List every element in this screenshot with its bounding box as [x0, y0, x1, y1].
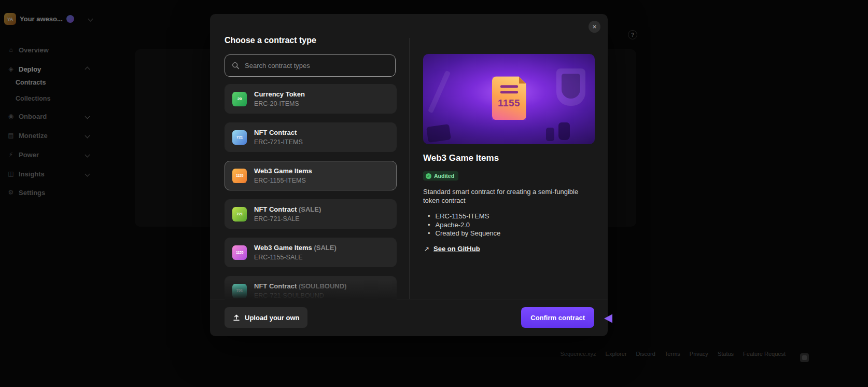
contract-option-nft-contract[interactable]: 721 NFT Contract ERC-721-ITEMS — [225, 122, 397, 152]
document-line — [500, 85, 518, 88]
potion-shape — [546, 128, 554, 141]
contract-option-nft-contract-sale[interactable]: 721 NFT Contract (SALE) ERC-721-SALE — [225, 199, 397, 229]
contract-code: ERC-1155-SALE — [254, 254, 337, 261]
block-shape — [426, 124, 451, 143]
audited-badge-label: Audited — [434, 173, 454, 179]
document-line — [500, 91, 518, 93]
contract-name: NFT Contract (SALE) — [254, 205, 321, 213]
see-on-github-link[interactable]: ↗ See on GitHub — [424, 245, 480, 253]
modal-footer: Upload your own Confirm contract — [210, 299, 608, 336]
contract-name: NFT Contract — [254, 129, 303, 136]
document-number: 1155 — [498, 98, 520, 109]
contract-name-suffix: (SALE) — [314, 244, 336, 252]
contract-name: Web3 Game Items (SALE) — [254, 244, 337, 252]
list-item: • ERC-1155-ITEMS — [428, 212, 500, 221]
confirm-button-label: Confirm contract — [530, 314, 585, 322]
detail-title: Web3 Game Items — [423, 153, 499, 163]
vertical-divider — [409, 38, 410, 299]
list-item: • Created by Sequence — [428, 229, 500, 238]
contract-name-suffix: (SALE) — [299, 205, 321, 213]
contract-name: Currency Token — [254, 90, 305, 98]
contract-code: ERC-20-ITEMS — [254, 100, 305, 107]
app-root: YA Your aweso... ⌂ Overview ◈ Deploy Con… — [0, 0, 868, 387]
contract-details-list: • ERC-1155-ITEMS • Apache-2.0 • Created … — [428, 212, 500, 238]
contract-code: ERC-1155-ITEMS — [254, 177, 312, 184]
contract-type-list: 20 Currency Token ERC-20-ITEMS 721 NFT C… — [225, 83, 397, 299]
sword-shape — [428, 71, 451, 114]
confirm-contract-button[interactable]: Confirm contract — [521, 307, 594, 328]
erc721-icon: 721 — [232, 130, 247, 145]
contract-name-suffix: (SOULBOUND) — [299, 282, 346, 290]
contract-search-box — [225, 54, 396, 77]
erc1155-document-icon: 1155 — [492, 76, 526, 120]
contract-code: ERC-721-ITEMS — [254, 139, 303, 146]
audited-badge: ✓ Audited — [423, 171, 458, 181]
shield-shape — [556, 68, 585, 106]
erc1155-icon: 1155 — [232, 169, 247, 183]
bullet-icon: • — [428, 229, 430, 238]
potion-shape — [558, 122, 570, 140]
github-link-label: See on GitHub — [433, 245, 480, 253]
search-input[interactable] — [245, 62, 388, 70]
contract-option-currency-token[interactable]: 20 Currency Token ERC-20-ITEMS — [225, 84, 397, 114]
contract-name: Web3 Game Items — [254, 167, 312, 175]
erc721-soulbound-icon: 721 — [232, 284, 247, 298]
bullet-icon: • — [428, 212, 430, 221]
contract-code: ERC-721-SOULBOUND — [254, 292, 346, 299]
erc20-icon: 20 — [232, 92, 247, 106]
contract-option-web3-game-items[interactable]: 1155 Web3 Game Items ERC-1155-ITEMS — [225, 161, 397, 190]
contract-option-nft-contract-soulbound[interactable]: 721 NFT Contract (SOULBOUND) ERC-721-SOU… — [225, 276, 397, 299]
bullet-icon: • — [428, 221, 430, 230]
modal-title: Choose a contract type — [225, 36, 316, 45]
external-link-icon: ↗ — [424, 245, 429, 253]
contract-name: NFT Contract (SOULBOUND) — [254, 282, 346, 290]
upload-icon — [233, 314, 240, 321]
contract-illustration: 1155 — [423, 54, 595, 144]
check-icon: ✓ — [426, 173, 431, 179]
close-icon[interactable]: × — [589, 21, 600, 33]
choose-contract-type-modal: Choose a contract type × 20 Currency Tok… — [210, 14, 608, 336]
contract-description: Standard smart contract for creating a s… — [423, 187, 593, 205]
erc1155-sale-icon: 1155 — [232, 245, 247, 260]
search-icon — [232, 62, 240, 70]
upload-button-label: Upload your own — [245, 314, 299, 322]
contract-code: ERC-721-SALE — [254, 215, 321, 223]
list-item: • Apache-2.0 — [428, 221, 500, 230]
upload-your-own-button[interactable]: Upload your own — [225, 307, 307, 328]
document-fold — [519, 76, 526, 84]
contract-option-web3-game-items-sale[interactable]: 1155 Web3 Game Items (SALE) ERC-1155-SAL… — [225, 238, 397, 267]
erc721-sale-icon: 721 — [232, 207, 247, 222]
